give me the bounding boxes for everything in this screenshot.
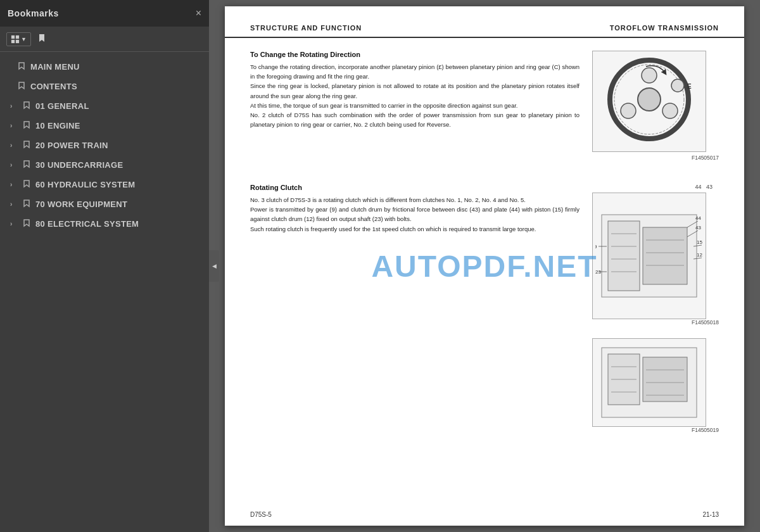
chevron-right-icon: › [10,181,18,189]
section2-text: Rotating Clutch No. 3 clutch of D75S-3 i… [250,184,580,326]
sidebar-toolbar: ▼ [0,27,209,52]
bookmark-icon [37,33,47,43]
sidebar-item-label-main-menu: MAIN MENU [30,62,201,72]
svg-text:9: 9 [595,244,597,250]
bookmark-item-icon [23,218,30,229]
svg-rect-3 [16,39,19,42]
sidebar-title: Bookmarks [8,8,59,18]
section2-mech-svg: 44 43 15 12 9 23 [595,196,703,316]
page-container: AUTOPDF.NET STRUCTURE AND FUNCTION TOROF… [225,6,744,526]
svg-text:23: 23 [595,269,601,275]
section3-mech-svg [595,341,703,424]
sidebar-item-label-contents: CONTENTS [30,82,201,91]
svg-point-7 [642,68,657,83]
svg-point-9 [621,103,636,118]
sidebar-item-label-01-general: 01 GENERAL [35,101,201,111]
section3-diagram-col: F14505019 [592,338,719,433]
header-left: STRUCTURE AND FUNCTION [250,24,362,32]
sidebar-item-contents[interactable]: CONTENTS [0,77,209,96]
section1-content: To change the rotating direction, incorp… [250,62,580,129]
sidebar-item-main-menu[interactable]: MAIN MENU [0,57,209,77]
svg-text:43: 43 [695,225,701,231]
section2-content: No. 3 clutch of D75S-3 is a rotating clu… [250,195,580,234]
sidebar-item-label-20-power-train: 20 POWER TRAIN [35,141,201,150]
svg-point-6 [638,88,661,111]
section2-title: Rotating Clutch [250,184,580,191]
section1-gear-svg: E [595,54,703,149]
svg-text:12: 12 [697,252,702,258]
new-bookmark-button[interactable] [35,31,49,47]
svg-point-10 [671,79,684,92]
section1-diagram-col: E F14505017 [592,51,719,161]
sidebar-item-label-80-electrical: 80 ELECTRICAL SYSTEM [35,219,201,229]
section1-diagram-label: F14505017 [592,155,719,161]
bookmark-item-icon [23,160,30,170]
section3-diagram [592,338,706,427]
sidebar-item-label-30-undercarriage: 30 UNDERCARRIAGE [35,160,201,170]
section1-diagram: E [592,51,706,152]
close-button[interactable]: × [196,8,201,18]
chevron-right-icon: › [10,201,18,208]
bookmark-item-icon [18,61,25,72]
chevron-right-icon: › [10,220,18,228]
sidebar: Bookmarks × ▼ MAIN MENUCONTENTS›01 GENER… [0,0,209,532]
svg-text:44: 44 [695,215,701,221]
bookmark-item-icon [23,120,30,131]
section1-text: To Change the Rotating Direction To chan… [250,51,580,161]
section2-diagram-col: 44 43 [592,184,719,326]
collapse-sidebar-button[interactable] [209,250,219,282]
bookmark-item-icon [18,81,25,92]
section3-diagram-label: F14505019 [592,427,719,433]
svg-rect-13 [608,221,640,291]
svg-text:E: E [687,83,692,90]
main-content: AUTOPDF.NET STRUCTURE AND FUNCTION TOROF… [209,0,760,532]
sidebar-item-01-general[interactable]: ›01 GENERAL [0,96,209,116]
section3-body: F14505019 [225,332,744,440]
svg-text:15: 15 [697,239,702,245]
sidebar-item-30-undercarriage[interactable]: ›30 UNDERCARRIAGE [0,155,209,175]
chevron-right-icon: › [10,142,18,149]
sidebar-item-label-70-work-equipment: 70 WORK EQUIPMENT [35,200,201,209]
section2-parts-labels: 44 43 [592,184,719,190]
sidebar-header: Bookmarks × [0,0,209,27]
sidebar-item-10-engine[interactable]: ›10 ENGINE [0,116,209,136]
chevron-right-icon: › [10,122,18,130]
svg-rect-2 [11,39,15,42]
sidebar-item-20-power-train[interactable]: ›20 POWER TRAIN [0,136,209,155]
section2-diagram-label: F14505018 [592,319,719,326]
sidebar-item-60-hydraulic[interactable]: ›60 HYDRAULIC SYSTEM [0,175,209,194]
svg-point-8 [662,103,678,118]
svg-rect-14 [643,227,687,284]
page-footer: D75S-5 21-13 [225,511,744,518]
section2-diagram: 44 43 15 12 9 23 [592,193,706,319]
bookmark-item-icon [23,199,30,210]
section3-spacer [250,338,580,433]
chevron-right-icon: › [10,103,18,110]
dropdown-arrow: ▼ [21,36,27,42]
footer-left: D75S-5 [250,511,272,518]
svg-rect-1 [16,35,19,38]
header-right: TOROFLOW TRANSMISSION [610,24,719,32]
bookmark-list: MAIN MENUCONTENTS›01 GENERAL›10 ENGINE›2… [0,52,209,532]
sidebar-item-80-electrical[interactable]: ›80 ELECTRICAL SYSTEM [0,214,209,234]
bookmark-item-icon [23,140,30,151]
section1-body: To Change the Rotating Direction To chan… [225,38,744,174]
svg-rect-0 [11,35,15,38]
sidebar-item-label-10-engine: 10 ENGINE [35,121,201,130]
page-header: STRUCTURE AND FUNCTION TOROFLOW TRANSMIS… [225,6,744,38]
section1-title: To Change the Rotating Direction [250,51,580,58]
grid-icon [11,35,20,44]
sidebar-item-70-work-equipment[interactable]: ›70 WORK EQUIPMENT [0,194,209,214]
expand-collapse-button[interactable]: ▼ [6,32,31,46]
bookmark-item-icon [23,101,30,111]
footer-right: 21-13 [702,511,719,518]
section2-body: Rotating Clutch No. 3 clutch of D75S-3 i… [225,174,744,332]
chevron-right-icon: › [10,162,18,169]
bookmark-item-icon [23,179,30,190]
sidebar-item-label-60-hydraulic: 60 HYDRAULIC SYSTEM [35,180,201,189]
